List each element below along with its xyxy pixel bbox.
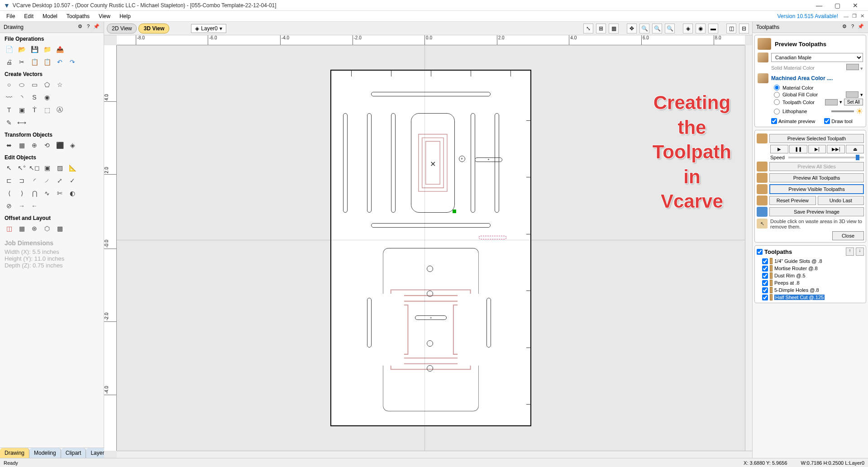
fillet-icon[interactable]: ◜ — [29, 175, 40, 186]
menu-toolpaths[interactable]: Toolpaths — [62, 12, 94, 20]
break-icon[interactable]: ⊘ — [4, 200, 14, 211]
ellipse-icon[interactable]: ⬭ — [16, 79, 27, 90]
reset-preview-button[interactable]: Reset Preview — [769, 196, 816, 205]
tab-3d-view[interactable]: 3D View — [138, 24, 169, 33]
radio-global-fill[interactable] — [774, 92, 780, 98]
minimize-button[interactable]: — — [810, 2, 828, 9]
tab-clipart[interactable]: Clipart — [61, 448, 86, 458]
center-icon[interactable]: ⊕ — [29, 140, 40, 151]
validate-icon[interactable]: ✓ — [67, 175, 78, 186]
trace-icon[interactable]: ⬚ — [42, 105, 52, 115]
canvas[interactable]: ✕ + + — [117, 45, 745, 451]
grid-toggle-icon[interactable]: ⊞ — [596, 24, 606, 33]
preview-all-sides-button[interactable]: Preview All Sides — [769, 162, 864, 171]
menu-view[interactable]: View — [94, 12, 115, 20]
canvas-area[interactable]: -8.0 -6.0 -4.0 -2.0 0.0 2.0 4.0 6.0 8.0 … — [104, 35, 752, 458]
subtract-icon[interactable]: ⟩ — [16, 188, 27, 199]
skip-button[interactable]: ▶▶| — [827, 145, 845, 153]
scale-icon[interactable]: ⬛ — [54, 140, 65, 151]
offset-icon[interactable]: ◫ — [4, 223, 14, 234]
arrow-right-icon[interactable]: → — [16, 200, 27, 211]
toolpath-item[interactable]: Half Sheet Cut @.125 — [757, 294, 864, 301]
array-icon[interactable]: ▦ — [16, 223, 27, 234]
arc-icon[interactable]: ◝ — [16, 92, 27, 103]
menu-file[interactable]: File — [2, 12, 19, 20]
curve-icon[interactable]: S — [29, 92, 40, 103]
weld-icon[interactable]: ⟨ — [4, 188, 14, 199]
import-icon[interactable]: 📁 — [42, 44, 52, 55]
circular-array-icon[interactable]: ⊛ — [29, 223, 40, 234]
select-icon[interactable]: ↖ — [4, 162, 14, 173]
menu-edit[interactable]: Edit — [19, 12, 38, 20]
snap-icon[interactable]: ⤡ — [583, 24, 593, 33]
move-up-button[interactable]: ↑ — [846, 248, 854, 256]
toolpath-item[interactable]: Peeps at .8 — [757, 279, 864, 286]
polyline-icon[interactable]: 〰 — [4, 92, 14, 103]
mirror-icon[interactable]: ◈ — [67, 140, 78, 151]
plate-icon[interactable]: ▩ — [54, 223, 65, 234]
draw-tool-checkbox[interactable] — [824, 118, 830, 124]
join-icon[interactable]: ⊏ — [4, 175, 14, 186]
tab-2d-view[interactable]: 2D View — [107, 24, 137, 33]
rotate-icon[interactable]: ⟲ — [42, 140, 52, 151]
save-preview-button[interactable]: Save Preview Image — [769, 207, 864, 216]
preview-selected-button[interactable]: Preview Selected Toolpath — [769, 134, 864, 143]
stop-button[interactable]: ⏏ — [846, 145, 864, 153]
toolpath-item[interactable]: 1/4" Guide Slots @ .8 — [757, 257, 864, 265]
panel-options-icon[interactable]: ⚙ — [841, 24, 848, 31]
close-button[interactable]: ✕ — [846, 2, 864, 9]
radio-toolpath-color[interactable] — [774, 99, 780, 105]
extend-icon[interactable]: ⤢ — [54, 175, 65, 186]
polygon-icon[interactable]: ⬠ — [42, 79, 52, 90]
copy-icon[interactable]: 📋 — [29, 57, 40, 67]
toolpath-item[interactable]: 5-Dimple Holes @.8 — [757, 286, 864, 294]
move-down-button[interactable]: ↓ — [856, 248, 864, 256]
trim-icon[interactable]: ⟋ — [42, 175, 52, 186]
toolpath-item[interactable]: Dust Rim @.5 — [757, 272, 864, 279]
solid-color-swatch[interactable] — [846, 64, 859, 70]
text-arc-icon[interactable]: Ⓐ — [54, 105, 65, 115]
view-3d-icon[interactable]: ◉ — [696, 24, 706, 33]
menu-help[interactable]: Help — [115, 12, 135, 20]
save-file-icon[interactable]: 💾 — [29, 44, 40, 55]
tile-v-icon[interactable]: ⊟ — [739, 24, 749, 33]
version-notice[interactable]: Version 10.515 Available! — [777, 13, 842, 19]
animate-checkbox[interactable] — [771, 118, 777, 124]
circle-icon[interactable]: ○ — [4, 79, 14, 90]
boolean-icon[interactable]: ◐ — [67, 188, 78, 199]
view-material-icon[interactable]: ▬ — [708, 24, 718, 33]
scrollbar-vertical[interactable] — [745, 45, 752, 451]
frame-close-button[interactable]: ✕ — [858, 13, 866, 19]
undo-icon[interactable]: ↶ — [54, 57, 65, 67]
radio-material-color[interactable] — [774, 85, 780, 91]
zoom-fit-icon[interactable]: 🔍 — [639, 24, 649, 33]
redo-icon[interactable]: ↷ — [67, 57, 78, 67]
preview-visible-button[interactable]: Preview Visible Toolpaths — [769, 184, 864, 194]
text-curve-icon[interactable]: Ṫ — [29, 105, 40, 115]
close-button[interactable]: Close — [832, 231, 864, 240]
zoom-sel-icon[interactable]: 🔍 — [652, 24, 662, 33]
text-box-icon[interactable]: ▣ — [16, 105, 27, 115]
set-all-button[interactable]: Set All — [844, 99, 863, 105]
preview-all-button[interactable]: Preview All Toolpaths — [769, 173, 864, 182]
toolpaths-master-checkbox[interactable] — [757, 249, 763, 255]
material-select[interactable]: Canadian Maple — [771, 53, 863, 62]
global-color-swatch[interactable] — [846, 91, 858, 98]
toolpath-color-swatch[interactable] — [825, 99, 838, 105]
select-open-icon[interactable]: ↖◻ — [29, 162, 40, 173]
machined-area-link[interactable]: Machined Area Color .... — [771, 75, 833, 81]
paste-icon[interactable]: 📋 — [42, 57, 52, 67]
speed-slider[interactable] — [788, 157, 864, 158]
ungroup-icon[interactable]: ▨ — [54, 162, 65, 173]
undo-last-button[interactable]: Undo Last — [818, 196, 864, 205]
toolpath-item[interactable]: Mortise Router @.8 — [757, 265, 864, 272]
text-icon[interactable]: T — [4, 105, 14, 115]
panel-options-icon[interactable]: ⚙ — [76, 24, 84, 31]
panel-help-icon[interactable]: ? — [849, 24, 856, 31]
frame-minimize-button[interactable]: — — [842, 14, 850, 19]
view-toggle-icon[interactable]: ◈ — [683, 24, 693, 33]
menu-model[interactable]: Model — [38, 12, 62, 20]
freehand-icon[interactable]: ✎ — [4, 117, 14, 128]
open-file-icon[interactable]: 📂 — [16, 44, 27, 55]
panel-pin-icon[interactable]: 📌 — [857, 24, 864, 31]
